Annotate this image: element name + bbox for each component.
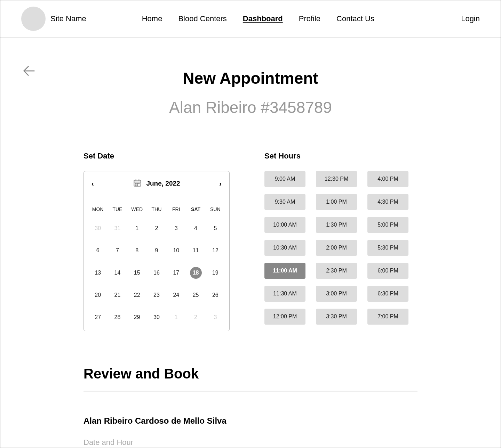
calendar-title-wrap: June, 2022 <box>133 178 180 189</box>
calendar-dow: FRI <box>166 206 186 212</box>
calendar-day[interactable]: 19 <box>206 267 225 279</box>
calendar-day[interactable]: 6 <box>88 245 108 256</box>
calendar-month-label: June, 2022 <box>146 180 180 187</box>
nav-profile[interactable]: Profile <box>299 14 320 23</box>
header: Site Name Home Blood Centers Dashboard P… <box>0 0 501 38</box>
calendar-grid: MONTUEWEDTHUFRISATSUN3031123456789101112… <box>84 196 229 331</box>
time-slot[interactable]: 2:00 PM <box>316 240 357 256</box>
calendar-day[interactable]: 16 <box>147 267 166 279</box>
patient-id-line: Alan Ribeiro #3458789 <box>0 98 501 117</box>
time-slot[interactable]: 6:00 PM <box>367 263 408 279</box>
calendar-day[interactable]: 18 <box>186 267 205 279</box>
time-slot[interactable]: 1:00 PM <box>316 194 357 210</box>
time-slot[interactable]: 6:30 PM <box>367 286 408 302</box>
set-date-section: Set Date ‹ June, 2022 › MONTUEWEDTHUFRIS… <box>84 152 237 331</box>
time-slot[interactable]: 10:30 AM <box>264 240 305 256</box>
nav-home[interactable]: Home <box>142 14 162 23</box>
calendar-next-button[interactable]: › <box>219 180 222 188</box>
review-divider <box>84 391 418 392</box>
calendar-header: ‹ June, 2022 › <box>84 171 229 196</box>
calendar-day[interactable]: 5 <box>206 222 225 234</box>
calendar-day[interactable]: 23 <box>147 289 166 301</box>
time-slot[interactable]: 9:30 AM <box>264 194 305 210</box>
calendar-day[interactable]: 11 <box>186 245 205 256</box>
calendar-day[interactable]: 15 <box>127 267 147 279</box>
calendar-day[interactable]: 24 <box>166 289 186 301</box>
calendar-day[interactable]: 9 <box>147 245 166 256</box>
site-logo <box>21 7 46 31</box>
chevron-left-icon: ‹ <box>92 180 94 187</box>
time-slot[interactable]: 3:30 PM <box>316 309 357 325</box>
set-date-label: Set Date <box>84 152 237 161</box>
calendar-day[interactable]: 8 <box>127 245 147 256</box>
calendar-day[interactable]: 2 <box>147 222 166 234</box>
content: Set Date ‹ June, 2022 › MONTUEWEDTHUFRIS… <box>84 152 418 331</box>
time-slot[interactable]: 2:30 PM <box>316 263 357 279</box>
calendar-dow: WED <box>127 206 147 212</box>
svg-point-7 <box>139 183 140 184</box>
calendar-prev-button[interactable]: ‹ <box>92 180 94 188</box>
calendar-day[interactable]: 31 <box>108 222 127 234</box>
calendar-day[interactable]: 1 <box>166 311 186 323</box>
calendar-day[interactable]: 10 <box>166 245 186 256</box>
calendar-day[interactable]: 30 <box>147 311 166 323</box>
svg-point-6 <box>137 183 138 184</box>
calendar: ‹ June, 2022 › MONTUEWEDTHUFRISATSUN3031… <box>84 171 230 331</box>
time-slot[interactable]: 4:00 PM <box>367 171 408 187</box>
calendar-day[interactable]: 21 <box>108 289 127 301</box>
calendar-icon <box>133 178 142 189</box>
time-slot[interactable]: 10:00 AM <box>264 217 305 233</box>
site-name: Site Name <box>50 14 86 23</box>
review-full-name: Alan Ribeiro Cardoso de Mello Silva <box>84 416 418 426</box>
time-slot[interactable]: 7:00 PM <box>367 309 408 325</box>
page-title: New Appointment <box>0 69 501 88</box>
main-nav: Home Blood Centers Dashboard Profile Con… <box>142 14 374 23</box>
set-hours-label: Set Hours <box>264 152 418 161</box>
time-slot[interactable]: 4:30 PM <box>367 194 408 210</box>
calendar-day[interactable]: 22 <box>127 289 147 301</box>
login-link[interactable]: Login <box>461 14 480 23</box>
calendar-day[interactable]: 17 <box>166 267 186 279</box>
title-block: New Appointment Alan Ribeiro #3458789 <box>0 69 501 117</box>
calendar-day[interactable]: 3 <box>166 222 186 234</box>
hour-column: 12:30 PM1:00 PM1:30 PM2:00 PM2:30 PM3:00… <box>316 171 357 325</box>
calendar-day[interactable]: 28 <box>108 311 127 323</box>
calendar-day[interactable]: 25 <box>186 289 205 301</box>
nav-blood-centers[interactable]: Blood Centers <box>178 14 226 23</box>
time-slot[interactable]: 5:00 PM <box>367 217 408 233</box>
set-hours-section: Set Hours 9:00 AM9:30 AM10:00 AM10:30 AM… <box>264 152 418 331</box>
time-slot[interactable]: 3:00 PM <box>316 286 357 302</box>
calendar-dow: SAT <box>186 206 205 212</box>
calendar-dow: THU <box>147 206 166 212</box>
svg-point-8 <box>136 185 136 185</box>
time-slot[interactable]: 11:30 AM <box>264 286 305 302</box>
calendar-day[interactable]: 13 <box>88 267 108 279</box>
time-slot[interactable]: 1:30 PM <box>316 217 357 233</box>
calendar-day[interactable]: 2 <box>186 311 205 323</box>
back-button[interactable] <box>21 63 37 80</box>
calendar-day[interactable]: 29 <box>127 311 147 323</box>
calendar-dow: MON <box>88 206 108 212</box>
time-slot[interactable]: 9:00 AM <box>264 171 305 187</box>
calendar-day[interactable]: 20 <box>88 289 108 301</box>
time-slot[interactable]: 12:30 PM <box>316 171 357 187</box>
chevron-right-icon: › <box>219 180 222 187</box>
calendar-day[interactable]: 7 <box>108 245 127 256</box>
review-section: Review and Book Alan Ribeiro Cardoso de … <box>84 366 418 448</box>
calendar-day[interactable]: 26 <box>206 289 225 301</box>
nav-contact[interactable]: Contact Us <box>336 14 374 23</box>
nav-dashboard[interactable]: Dashboard <box>243 14 283 23</box>
time-slot[interactable]: 11:00 AM <box>264 263 305 279</box>
calendar-day[interactable]: 4 <box>186 222 205 234</box>
time-slot[interactable]: 5:30 PM <box>367 240 408 256</box>
hour-column: 9:00 AM9:30 AM10:00 AM10:30 AM11:00 AM11… <box>264 171 305 325</box>
calendar-day[interactable]: 1 <box>127 222 147 234</box>
calendar-day[interactable]: 30 <box>88 222 108 234</box>
svg-point-9 <box>137 185 138 185</box>
time-slot[interactable]: 12:00 PM <box>264 309 305 325</box>
calendar-day[interactable]: 12 <box>206 245 225 256</box>
calendar-day[interactable]: 27 <box>88 311 108 323</box>
calendar-dow: SUN <box>206 206 225 212</box>
calendar-day[interactable]: 3 <box>206 311 225 323</box>
calendar-day[interactable]: 14 <box>108 267 127 279</box>
